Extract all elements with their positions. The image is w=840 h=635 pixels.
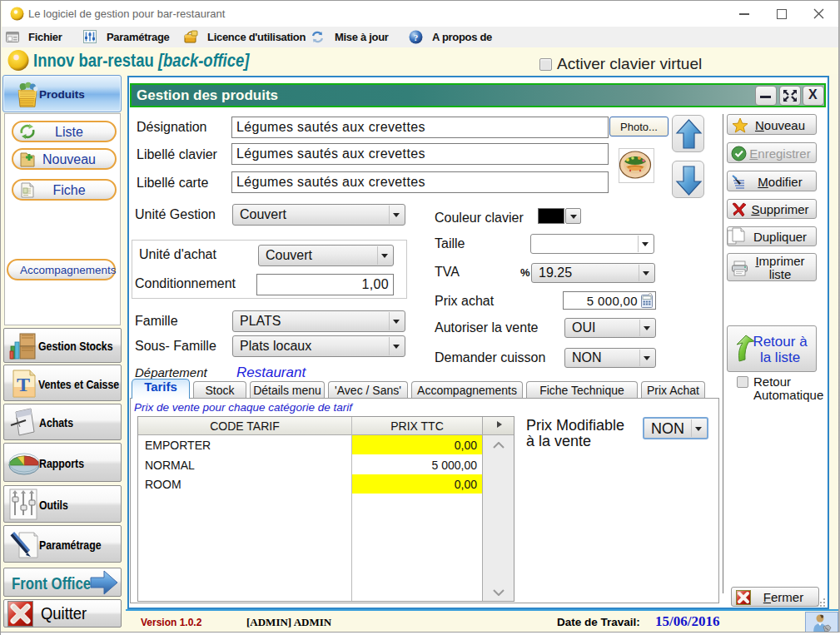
svg-text:T: T: [17, 374, 30, 395]
svg-text:?: ?: [414, 32, 419, 42]
